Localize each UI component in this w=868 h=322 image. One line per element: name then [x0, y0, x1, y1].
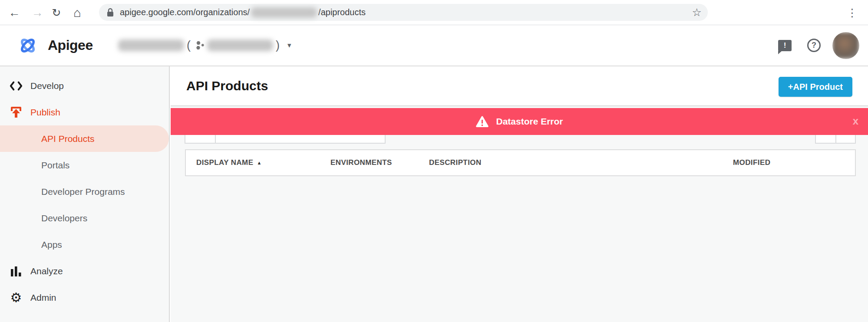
column-label: DISPLAY NAME	[196, 158, 253, 167]
sidebar-item-portals[interactable]: Portals	[0, 152, 169, 178]
address-bar[interactable]: apigee.google.com/organizations//apiprod…	[99, 4, 708, 21]
column-header-description[interactable]: DESCRIPTION	[429, 158, 733, 167]
sidebar-item-label: Publish	[30, 107, 60, 118]
sidebar-item-api-products[interactable]: API Products	[0, 125, 169, 152]
sidebar-item-analyze[interactable]: Analyze	[0, 258, 169, 284]
org-close-paren: )	[276, 39, 280, 52]
apigee-console-window: ← → ↻ ⌂ apigee.google.com/organizations/…	[0, 0, 868, 322]
lock-icon	[106, 8, 115, 17]
sidebar-item-label: Portals	[41, 160, 69, 171]
sidebar-item-admin[interactable]: ⚙ Admin	[0, 284, 169, 311]
content-header: API Products +API Product	[171, 66, 868, 106]
url-org-redacted	[251, 7, 317, 18]
feedback-icon[interactable]: !	[778, 40, 792, 51]
banner-text: Datastore Error	[496, 116, 563, 127]
brand-name: Apigee	[48, 37, 93, 53]
datastore-error-banner: Datastore Error x	[171, 108, 868, 135]
chevron-down-icon: ▾	[287, 41, 291, 50]
sidebar-nav: Develop Publish API Products Portals Dev…	[0, 66, 170, 322]
sidebar-item-publish[interactable]: Publish	[0, 99, 169, 125]
avatar-blurred-photo	[832, 32, 859, 59]
sidebar-item-apps[interactable]: Apps	[0, 231, 169, 258]
banner-close-icon[interactable]: x	[853, 116, 858, 126]
url-text: apigee.google.com/organizations//apiprod…	[120, 7, 366, 18]
column-header-environments[interactable]: ENVIRONMENTS	[330, 158, 429, 167]
sidebar-item-label: Analyze	[30, 266, 63, 276]
column-header-display-name[interactable]: DISPLAY NAME ▲	[196, 158, 330, 167]
org-open-paren: (	[187, 39, 191, 52]
org-selector[interactable]: ( ) ▾	[118, 25, 291, 66]
admin-icon: ⚙	[9, 291, 23, 304]
sidebar-item-label: API Products	[41, 134, 95, 144]
sidebar-item-label: Admin	[30, 292, 56, 303]
sidebar-item-label: Developer Programs	[41, 187, 125, 197]
bookmark-star-icon[interactable]: ☆	[692, 6, 702, 18]
browser-toolbar: ← → ↻ ⌂ apigee.google.com/organizations/…	[0, 0, 868, 25]
column-label: MODIFIED	[733, 158, 770, 167]
column-label: DESCRIPTION	[429, 158, 482, 167]
apigee-logo-icon	[17, 35, 38, 56]
analyze-icon	[9, 265, 23, 277]
home-icon[interactable]: ⌂	[69, 0, 86, 25]
url-suffix: /apiproducts	[318, 7, 366, 17]
avatar[interactable]	[832, 32, 859, 59]
sidebar-item-developers[interactable]: Developers	[0, 205, 169, 231]
browser-menu-icon[interactable]: ⋮	[847, 0, 858, 25]
help-icon[interactable]: ?	[807, 39, 821, 52]
sidebar-item-label: Develop	[30, 81, 64, 91]
sidebar-item-develop[interactable]: Develop	[0, 72, 169, 99]
sort-ascending-icon: ▲	[257, 160, 261, 165]
column-label: ENVIRONMENTS	[330, 158, 392, 167]
app-header: Apigee ( ) ▾ ! ?	[0, 25, 868, 66]
forward-icon[interactable]: →	[29, 0, 46, 25]
reload-icon[interactable]: ↻	[48, 0, 65, 25]
publish-icon	[9, 106, 23, 119]
main-content: API Products +API Product Datastore Erro…	[171, 66, 868, 322]
sidebar-item-label: Developers	[41, 213, 87, 223]
header-actions: ! ?	[778, 25, 868, 66]
add-api-product-button[interactable]: +API Product	[779, 77, 852, 97]
sidebar-item-developer-programs[interactable]: Developer Programs	[0, 178, 169, 205]
org-name-redacted-2	[207, 39, 273, 51]
table-header-row: DISPLAY NAME ▲ ENVIRONMENTS DESCRIPTION …	[185, 149, 856, 176]
warning-triangle-icon	[475, 115, 489, 128]
hexagon-cluster-icon	[195, 41, 205, 50]
page-title: API Products	[186, 79, 268, 93]
code-icon	[9, 80, 23, 92]
back-icon[interactable]: ←	[6, 0, 23, 25]
sidebar-item-label: Apps	[41, 240, 62, 250]
url-prefix: apigee.google.com/organizations/	[120, 7, 250, 17]
org-name-redacted	[118, 39, 184, 51]
column-header-modified[interactable]: MODIFIED	[733, 158, 855, 167]
apigee-logo-home[interactable]: Apigee	[17, 25, 93, 66]
